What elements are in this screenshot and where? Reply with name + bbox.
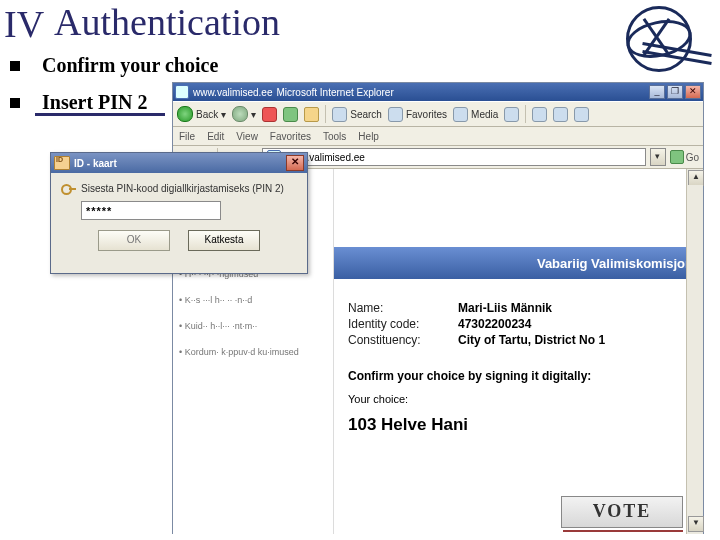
nav-item[interactable]: • K··s ···l h·· ·· ·n··d: [179, 295, 327, 305]
browser-title-app: Microsoft Internet Explorer: [276, 87, 393, 98]
favorites-button[interactable]: Favorites: [388, 107, 447, 122]
back-button[interactable]: Back ▾: [177, 106, 226, 122]
pin-dialog: ID - kaart ✕ Sisesta PIN-kood digiallkir…: [50, 152, 308, 274]
constituency-label: Constituency:: [348, 333, 458, 347]
browser-menubar: File Edit View Favorites Tools Help: [173, 127, 703, 146]
address-dropdown[interactable]: ▾: [650, 148, 666, 166]
menu-favorites[interactable]: Favorites: [270, 131, 311, 142]
menu-file[interactable]: File: [179, 131, 195, 142]
header-band: Vabariig Valimiskomisjon: [334, 247, 703, 279]
page-main: Vabariig Valimiskomisjon Name:Mari-Liis …: [334, 169, 703, 534]
browser-title-url: www.valimised.ee: [193, 87, 272, 98]
bullet-text: Insert PIN 2: [42, 91, 148, 114]
nav-item[interactable]: • Kordum· k·ppuv·d ku·imused: [179, 347, 327, 357]
bullet-square-icon: [10, 61, 20, 71]
chevron-down-icon: ▾: [251, 109, 256, 120]
maximize-button[interactable]: ❐: [667, 85, 683, 99]
your-choice-value: 103 Helve Hani: [348, 415, 689, 435]
forward-button[interactable]: ▾: [232, 106, 256, 122]
star-icon: [388, 107, 403, 122]
pin-cancel-button[interactable]: Katkesta: [188, 230, 260, 251]
menu-tools[interactable]: Tools: [323, 131, 346, 142]
name-label: Name:: [348, 301, 458, 315]
identity-value: 47302200234: [458, 317, 531, 331]
vote-button[interactable]: VOTE: [561, 496, 683, 528]
close-button[interactable]: ✕: [685, 85, 701, 99]
go-icon: [670, 150, 684, 164]
pin-input[interactable]: *****: [81, 201, 221, 220]
nav-item[interactable]: • Kuid·· h··l··· ·nt·m··: [179, 321, 327, 331]
minimize-button[interactable]: _: [649, 85, 665, 99]
title-number: IV: [0, 0, 54, 46]
search-button[interactable]: Search: [332, 107, 382, 122]
home-button[interactable]: [304, 107, 319, 122]
search-label: Search: [350, 109, 382, 120]
confirm-instruction: Confirm your choice by signing it digita…: [348, 369, 689, 383]
favorites-label: Favorites: [406, 109, 447, 120]
bullet-square-icon: [10, 98, 20, 108]
stop-button[interactable]: [262, 107, 277, 122]
key-icon: [61, 181, 75, 195]
title-text: Authentication: [54, 0, 280, 44]
voting-logo-icon: [622, 2, 694, 74]
your-choice-label: Your choice:: [348, 393, 689, 405]
pin-ok-button[interactable]: OK: [98, 230, 170, 251]
browser-window: www.valimised.ee Microsoft Internet Expl…: [172, 82, 704, 534]
address-input[interactable]: www.valimised.ee: [262, 148, 645, 166]
vote-underline: [563, 530, 683, 532]
id-card-icon: [54, 156, 70, 170]
go-button[interactable]: Go: [670, 150, 699, 164]
pin-instruction: Sisesta PIN-kood digiallkirjastamiseks (…: [81, 183, 284, 194]
back-icon: [177, 106, 193, 122]
ie-icon: [175, 85, 189, 99]
pin-instruction-row: Sisesta PIN-kood digiallkirjastamiseks (…: [61, 181, 297, 195]
bullet-text: Confirm your choice: [42, 54, 218, 77]
name-value: Mari-Liis Männik: [458, 301, 552, 315]
vertical-scrollbar[interactable]: ▲ ▼: [686, 169, 703, 534]
history-button[interactable]: [504, 107, 519, 122]
pin-close-button[interactable]: ✕: [286, 155, 304, 171]
back-label: Back: [196, 109, 218, 120]
media-label: Media: [471, 109, 498, 120]
menu-view[interactable]: View: [236, 131, 258, 142]
scroll-up-icon[interactable]: ▲: [688, 170, 704, 186]
browser-toolbar: Back ▾ ▾ Search Favorites Media: [173, 101, 703, 127]
identity-label: Identity code:: [348, 317, 458, 331]
browser-titlebar[interactable]: www.valimised.ee Microsoft Internet Expl…: [173, 83, 703, 101]
bullet-confirm: Confirm your choice: [10, 54, 720, 77]
edit-button[interactable]: [574, 107, 589, 122]
bullet-underline: [35, 113, 165, 116]
mail-button[interactable]: [532, 107, 547, 122]
media-button[interactable]: Media: [453, 107, 498, 122]
menu-help[interactable]: Help: [358, 131, 379, 142]
media-icon: [453, 107, 468, 122]
menu-edit[interactable]: Edit: [207, 131, 224, 142]
go-label: Go: [686, 152, 699, 163]
pin-titlebar[interactable]: ID - kaart ✕: [51, 153, 307, 173]
forward-icon: [232, 106, 248, 122]
constituency-value: City of Tartu, District No 1: [458, 333, 605, 347]
slide-title-row: IV Authentication: [0, 0, 720, 46]
pin-title: ID - kaart: [74, 158, 117, 169]
chevron-down-icon: ▾: [221, 109, 226, 120]
print-button[interactable]: [553, 107, 568, 122]
refresh-button[interactable]: [283, 107, 298, 122]
scroll-down-icon[interactable]: ▼: [688, 516, 704, 532]
search-icon: [332, 107, 347, 122]
